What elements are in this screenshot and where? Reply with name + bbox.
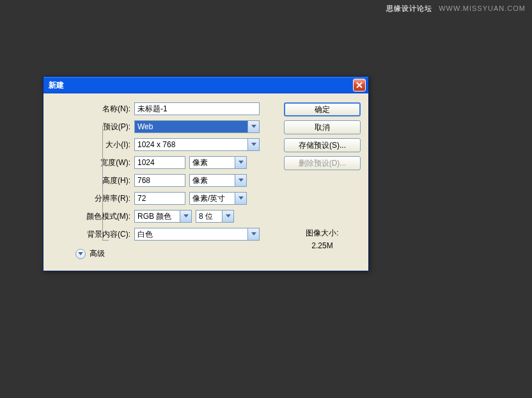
image-size-value: 2.25M — [284, 241, 361, 250]
preset-arrow[interactable] — [248, 120, 260, 133]
color-mode-select[interactable]: RGB 颜色 — [134, 210, 192, 223]
bits-arrow[interactable] — [223, 210, 234, 223]
size-select[interactable]: 1024 x 768 — [134, 138, 260, 151]
height-row: 高度(H): 像素 — [51, 174, 276, 187]
preset-row: 预设(P): Web — [51, 120, 276, 133]
size-label: 大小(I): — [51, 139, 134, 150]
background-select[interactable]: 白色 — [134, 228, 260, 241]
watermark: 思缘设计论坛 WWW.MISSYUAN.COM — [386, 4, 526, 13]
name-row: 名称(N): — [51, 102, 276, 115]
preset-select[interactable]: Web — [134, 120, 260, 133]
chevron-down-icon — [251, 232, 256, 236]
resolution-unit-value: 像素/英寸 — [189, 192, 235, 205]
delete-preset-button: 删除预设(D)... — [284, 156, 361, 170]
new-document-dialog: 新建 名称(N): 预设(P): Web 大小(I): — [43, 76, 369, 271]
width-row: 宽度(W): 像素 — [51, 156, 276, 169]
dialog-body: 名称(N): 预设(P): Web 大小(I): 1024 x 768 — [43, 93, 368, 271]
dialog-title: 新建 — [49, 80, 353, 91]
titlebar[interactable]: 新建 — [43, 77, 368, 93]
chevron-down-icon — [78, 252, 83, 256]
background-value: 白色 — [134, 228, 248, 241]
form-column: 名称(N): 预设(P): Web 大小(I): 1024 x 768 — [51, 102, 276, 259]
width-input[interactable] — [134, 156, 185, 169]
chevron-down-icon — [239, 196, 244, 200]
height-label: 高度(H): — [51, 175, 134, 186]
bits-value: 8 位 — [196, 210, 223, 223]
background-row: 背景内容(C): 白色 — [51, 228, 276, 241]
size-row: 大小(I): 1024 x 768 — [51, 138, 276, 151]
image-size-info: 图像大小: 2.25M — [284, 225, 361, 253]
chevron-down-icon — [239, 161, 244, 164]
watermark-url: WWW.MISSYUAN.COM — [439, 4, 526, 12]
height-unit-select[interactable]: 像素 — [189, 174, 247, 187]
cancel-button[interactable]: 取消 — [284, 120, 361, 134]
save-preset-button[interactable]: 存储预设(S)... — [284, 138, 361, 152]
chevron-down-icon — [251, 143, 256, 147]
ok-button[interactable]: 确定 — [284, 102, 361, 116]
size-value: 1024 x 768 — [134, 138, 248, 151]
height-unit-value: 像素 — [189, 174, 235, 187]
close-icon — [356, 82, 363, 88]
background-label: 背景内容(C): — [51, 229, 134, 240]
height-unit-arrow[interactable] — [235, 174, 247, 187]
button-column: 确定 取消 存储预设(S)... 删除预设(D)... 图像大小: 2.25M — [284, 102, 361, 259]
chevron-down-icon — [226, 214, 231, 218]
resolution-row: 分辨率(R): 像素/英寸 — [51, 192, 276, 205]
color-mode-label: 颜色模式(M): — [51, 211, 134, 222]
width-unit-value: 像素 — [189, 156, 235, 169]
advanced-toggle[interactable] — [75, 249, 86, 259]
advanced-row: 高级 — [75, 248, 276, 259]
close-button[interactable] — [353, 79, 366, 92]
chevron-down-icon — [184, 214, 189, 218]
color-mode-row: 颜色模式(M): RGB 颜色 8 位 — [51, 210, 276, 223]
name-input[interactable] — [134, 102, 260, 115]
name-label: 名称(N): — [51, 104, 134, 115]
image-size-label: 图像大小: — [284, 228, 361, 239]
resolution-unit-select[interactable]: 像素/英寸 — [189, 192, 247, 205]
chevron-down-icon — [239, 179, 244, 182]
width-unit-select[interactable]: 像素 — [189, 156, 247, 169]
preset-value: Web — [134, 120, 248, 133]
color-mode-arrow[interactable] — [180, 210, 192, 223]
preset-label: 预设(P): — [51, 122, 134, 132]
bits-select[interactable]: 8 位 — [196, 210, 234, 223]
resolution-label: 分辨率(R): — [51, 193, 134, 204]
color-mode-value: RGB 颜色 — [134, 210, 180, 223]
resolution-unit-arrow[interactable] — [235, 192, 247, 205]
chevron-down-icon — [251, 125, 256, 129]
background-arrow[interactable] — [248, 228, 260, 241]
advanced-label: 高级 — [90, 248, 105, 259]
resolution-input[interactable] — [134, 192, 185, 205]
watermark-main: 思缘设计论坛 — [386, 4, 432, 12]
width-unit-arrow[interactable] — [235, 156, 247, 169]
height-input[interactable] — [134, 174, 185, 187]
width-label: 宽度(W): — [51, 157, 134, 168]
size-arrow[interactable] — [248, 138, 260, 151]
